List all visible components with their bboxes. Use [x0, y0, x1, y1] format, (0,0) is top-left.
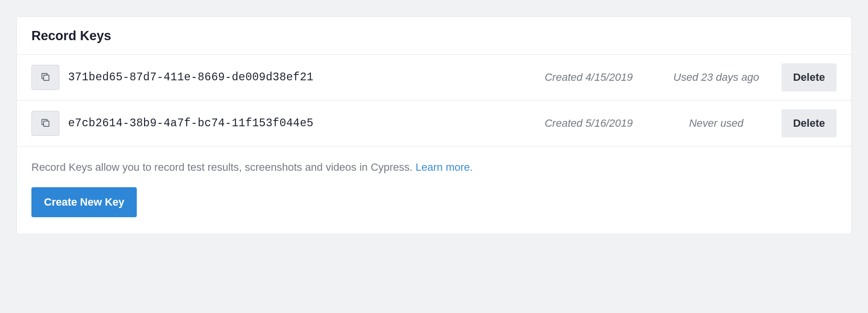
- record-key-created: Created 4/15/2019: [545, 71, 661, 84]
- record-keys-panel: Record Keys 371bed65-87d7-411e-8669-de00…: [16, 16, 852, 234]
- create-new-key-button[interactable]: Create New Key: [31, 187, 137, 217]
- record-key-created: Created 5/16/2019: [545, 117, 661, 130]
- svg-rect-0: [43, 75, 49, 80]
- panel-title: Record Keys: [31, 29, 837, 44]
- record-key-used: Used 23 days ago: [661, 71, 772, 84]
- learn-more-link[interactable]: Learn more.: [416, 161, 473, 173]
- copy-icon: [40, 72, 51, 84]
- copy-key-button[interactable]: [31, 111, 59, 136]
- record-key-used: Never used: [661, 117, 772, 130]
- copy-icon: [40, 118, 51, 130]
- panel-description: Record Keys allow you to record test res…: [31, 161, 837, 174]
- record-key-row: 371bed65-87d7-411e-8669-de009d38ef21 Cre…: [17, 54, 851, 100]
- panel-header: Record Keys: [17, 17, 851, 54]
- svg-rect-1: [43, 121, 49, 126]
- delete-key-button[interactable]: Delete: [781, 63, 837, 91]
- record-key-value: e7cb2614-38b9-4a7f-bc74-11f153f044e5: [68, 117, 545, 130]
- record-key-value: 371bed65-87d7-411e-8669-de009d38ef21: [68, 71, 545, 84]
- panel-footer: Record Keys allow you to record test res…: [17, 146, 851, 234]
- description-text: Record Keys allow you to record test res…: [31, 161, 416, 173]
- delete-key-button[interactable]: Delete: [781, 109, 837, 137]
- record-key-row: e7cb2614-38b9-4a7f-bc74-11f153f044e5 Cre…: [17, 100, 851, 146]
- copy-key-button[interactable]: [31, 65, 59, 90]
